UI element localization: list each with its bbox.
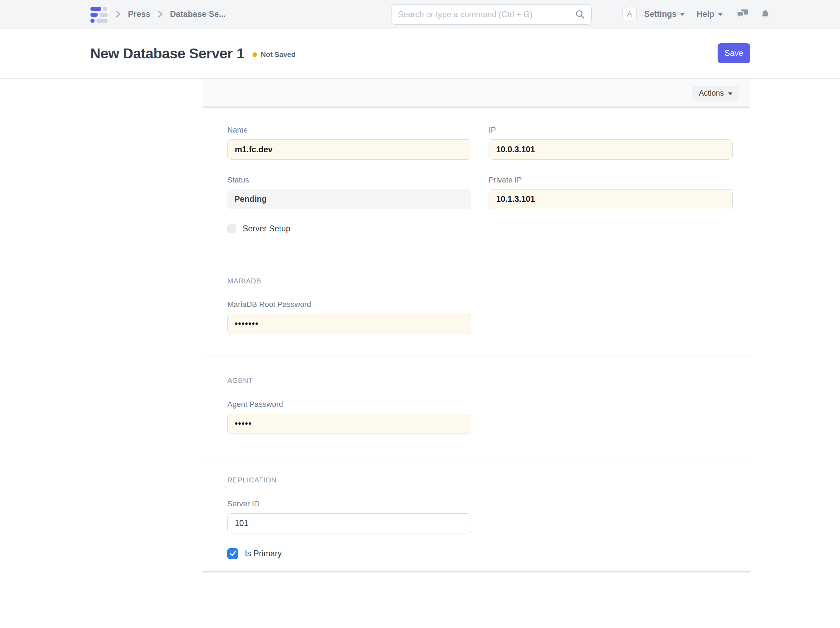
field-server-id: Server ID: [227, 499, 471, 533]
save-button[interactable]: Save: [718, 43, 750, 64]
app-logo-icon[interactable]: [90, 6, 108, 22]
agent-password-input[interactable]: [227, 414, 471, 434]
unsaved-label: Not Saved: [261, 50, 295, 59]
global-search: [391, 4, 592, 25]
mariadb-root-password-input[interactable]: [227, 314, 471, 334]
field-ip: IP: [489, 125, 733, 159]
section-heading-replication: REPLICATION: [227, 476, 276, 484]
settings-menu[interactable]: Settings: [644, 9, 685, 19]
chevron-down-icon: [728, 93, 733, 95]
field-private-ip: Private IP: [489, 175, 733, 210]
section-heading-agent: AGENT: [227, 377, 253, 385]
field-agent-password: Agent Password: [227, 399, 471, 434]
actions-button[interactable]: Actions: [692, 86, 739, 101]
page-header: New Database Server 1 Not Saved Save: [0, 28, 840, 79]
settings-label: Settings: [644, 9, 676, 19]
private-ip-input[interactable]: [489, 189, 733, 210]
navbar: Press Database Se... A Settings Help: [0, 0, 840, 28]
is-primary-checkbox[interactable]: [227, 548, 238, 559]
breadcrumb: Press Database Se...: [90, 0, 226, 28]
server-setup-label[interactable]: Server Setup: [243, 224, 291, 234]
private-ip-label: Private IP: [489, 175, 733, 185]
status-value: Pending: [227, 189, 471, 210]
field-server-setup: Server Setup: [227, 223, 291, 235]
actions-label: Actions: [699, 88, 724, 98]
breadcrumb-press[interactable]: Press: [128, 9, 150, 19]
chevron-down-icon: [718, 13, 723, 16]
server-id-input[interactable]: [227, 513, 471, 534]
name-input[interactable]: [227, 139, 471, 159]
notifications-bell-icon[interactable]: [761, 9, 770, 19]
section-divider: [203, 256, 750, 257]
section-divider: [203, 357, 750, 357]
field-mariadb-root-password: MariaDB Root Password: [227, 300, 471, 334]
status-label: Status: [227, 175, 471, 185]
mariadb-root-password-label: MariaDB Root Password: [227, 300, 471, 309]
form-toolbar: Actions: [203, 79, 750, 107]
avatar[interactable]: A: [622, 7, 636, 21]
ip-input[interactable]: [489, 139, 733, 159]
server-id-label: Server ID: [227, 499, 471, 509]
field-status: Status Pending: [227, 175, 471, 210]
field-is-primary: Is Primary: [227, 548, 282, 559]
ip-label: IP: [489, 125, 733, 135]
help-label: Help: [696, 9, 714, 19]
chat-icon[interactable]: [737, 9, 748, 19]
form-container: Actions Name IP Status Pending Private I…: [203, 79, 750, 573]
is-primary-label[interactable]: Is Primary: [245, 549, 282, 559]
unsaved-indicator: Not Saved: [253, 50, 295, 59]
page-title: New Database Server 1: [90, 45, 245, 62]
help-menu[interactable]: Help: [696, 9, 722, 19]
breadcrumb-database-server[interactable]: Database Se...: [170, 9, 226, 19]
search-icon[interactable]: [575, 9, 585, 19]
chevron-down-icon: [680, 13, 685, 16]
agent-password-label: Agent Password: [227, 399, 471, 409]
field-name: Name: [227, 125, 471, 159]
chevron-right-icon: [115, 10, 121, 19]
navbar-right: A Settings Help: [622, 0, 769, 28]
section-heading-mariadb: MARIADB: [227, 277, 261, 285]
server-setup-checkbox[interactable]: [227, 224, 236, 233]
search-input[interactable]: [398, 10, 575, 19]
chevron-right-icon: [158, 10, 163, 19]
page: Press Database Se... A Settings Help: [0, 0, 840, 628]
unsaved-dot-icon: [253, 52, 257, 57]
name-label: Name: [227, 125, 471, 135]
section-divider: [203, 456, 750, 457]
